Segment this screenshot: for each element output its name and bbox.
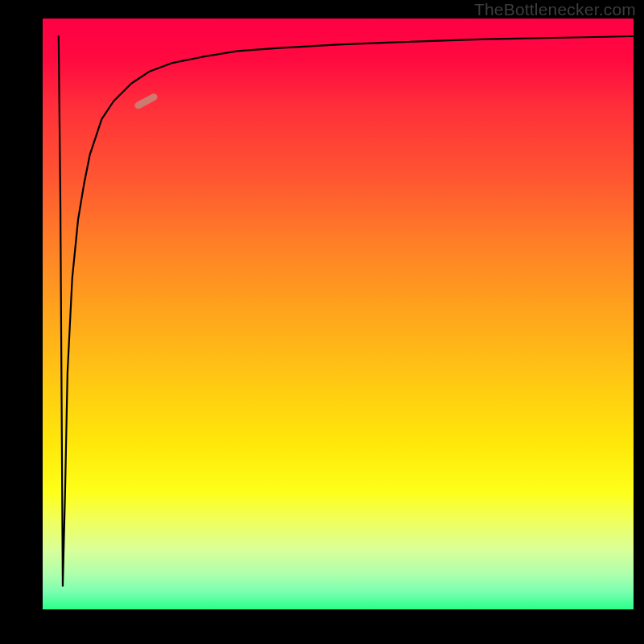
bottleneck-curve <box>59 36 634 586</box>
curve-svg <box>43 19 634 609</box>
plot-area <box>43 19 634 609</box>
curve-marker <box>134 93 159 110</box>
attribution-text: TheBottlenecker.com <box>474 0 636 19</box>
chart-stage: TheBottlenecker.com <box>0 0 644 644</box>
svg-rect-0 <box>134 93 159 110</box>
